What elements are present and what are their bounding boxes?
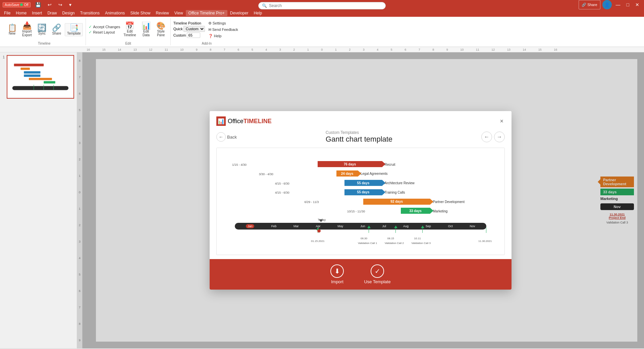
share-ribbon-button[interactable]: 🔗 Share: [50, 23, 63, 36]
svg-rect-5: [29, 78, 52, 80]
logo-icon-symbol: 📊: [218, 118, 224, 124]
date-label-1: 1/15 - 4/30: [232, 163, 247, 166]
settings-button[interactable]: ⚙ Settings: [206, 20, 240, 26]
menu-transitions[interactable]: Transitions: [77, 10, 102, 16]
send-feedback-icon: ✉: [208, 28, 211, 32]
use-template-icon: ✓: [371, 264, 384, 278]
accept-changes-check[interactable]: ✓ Accept Changes: [89, 24, 120, 29]
help-button[interactable]: ❓ Help: [206, 33, 240, 39]
gantt-bar-training: 55 days: [344, 189, 382, 195]
menu-bar: File Home Insert Draw Design Transitions…: [0, 9, 644, 17]
back-button[interactable]: ← Back: [216, 132, 237, 142]
menu-home[interactable]: Home: [13, 10, 29, 16]
back-label: Back: [227, 135, 237, 140]
ribbon-content: 📋 New 📥 Import Export 🔄 Sync 🔗 Share 📑: [0, 17, 644, 47]
title-bar-right: 🔗 Share 👤 — □ ✕: [579, 0, 641, 9]
undo-button[interactable]: ↩: [46, 1, 54, 8]
modal-title-section: Custom Templates Gantt chart template: [326, 130, 392, 144]
ribbon-group-edit-items: ✓ Accept Changes ✓ Reset Layout 📅 Edit T…: [89, 18, 167, 41]
customize-quick-access[interactable]: ▾: [67, 1, 73, 8]
logo-text: OfficeTIMELINE: [228, 118, 272, 125]
import-icon: 📥: [22, 22, 32, 30]
milestone-3-marker: [421, 226, 424, 228]
gantt-container: 1/15 - 4/30 3/30 - 4/30 4/15 - 6/30 4/15…: [227, 155, 494, 248]
milestone-1-date: 06.30: [361, 237, 367, 240]
import-export-button[interactable]: 📥 Import Export: [20, 21, 34, 38]
new-button[interactable]: 📋 New: [5, 23, 19, 36]
quick-row[interactable]: Quick Custom Top Bottom: [173, 26, 205, 32]
menu-office-timeline[interactable]: Office Timeline Pro+: [186, 10, 227, 16]
import-button[interactable]: ⬇ Import: [330, 264, 344, 284]
menu-file[interactable]: File: [1, 10, 13, 16]
menu-animations[interactable]: Animations: [102, 10, 127, 16]
minimize-button[interactable]: —: [614, 0, 623, 9]
template-nav-arrows: ← →: [481, 132, 505, 142]
modal-close-button[interactable]: ×: [498, 116, 505, 126]
next-template-button[interactable]: →: [494, 132, 505, 142]
modal-breadcrumb: Custom Templates: [326, 130, 392, 135]
style-pane-label: Style Pane: [157, 30, 165, 37]
prev-template-button[interactable]: ←: [481, 132, 492, 142]
search-input[interactable]: [269, 3, 382, 8]
svg-rect-4: [24, 74, 40, 77]
accept-check-icon: ✓: [89, 24, 92, 29]
milestone-2-date: 08.15: [387, 237, 394, 240]
ribbon-group-timeline-items: 📋 New 📥 Import Export 🔄 Sync 🔗 Share 📑: [5, 18, 83, 41]
menu-view[interactable]: View: [172, 10, 186, 16]
quick-select[interactable]: Custom Top Bottom: [183, 26, 205, 32]
template-button[interactable]: 📑 Template: [65, 23, 83, 36]
autosave-badge: AutoSave Off: [3, 2, 31, 7]
slide-thumbnail[interactable]: [7, 55, 74, 99]
slide-number: 1: [3, 55, 5, 59]
edit-timeline-button[interactable]: 📅 Edit Timeline: [121, 21, 138, 38]
logo-icon: 📊: [216, 116, 226, 126]
date-label-4: 4/15 - 6/30: [275, 191, 289, 194]
redo-button[interactable]: ↪: [56, 1, 64, 8]
modal-title: Gantt chart template: [326, 135, 392, 144]
close-button[interactable]: ✕: [633, 0, 641, 9]
canvas-area: 87654 32101 23456 789 Partner Developmen…: [77, 52, 644, 348]
use-template-button[interactable]: ✓ Use Template: [364, 264, 390, 284]
timeline-group-label: Timeline: [38, 41, 50, 45]
gantt-bar-marketing: 33 days: [401, 208, 430, 214]
menu-draw[interactable]: Draw: [45, 10, 59, 16]
custom-input[interactable]: [187, 33, 200, 38]
edit-data-button[interactable]: 📊 Edit Data: [140, 21, 153, 38]
menu-review[interactable]: Review: [153, 10, 171, 16]
edit-data-label: Edit Data: [143, 30, 150, 37]
autosave-dot: [20, 3, 23, 6]
reset-layout-label: Reset Layout: [93, 30, 115, 34]
milestone-end-label: 11.30.2021: [478, 240, 492, 243]
title-bar-left: AutoSave Off 💾 ↩ ↪ ▾: [3, 1, 73, 8]
menu-design[interactable]: Design: [59, 10, 77, 16]
sync-button[interactable]: 🔄 Sync: [35, 23, 49, 36]
timeline-position-label: Timeline Position: [173, 21, 201, 25]
share-button[interactable]: 🔗 Share: [579, 0, 600, 9]
menu-developer[interactable]: Developer: [227, 10, 251, 16]
save-button[interactable]: 💾: [33, 1, 43, 8]
svg-rect-0: [7, 57, 73, 97]
modal-footer: ⬇ Import ✓ Use Template: [210, 259, 512, 290]
maximize-button[interactable]: □: [625, 0, 631, 9]
send-feedback-label: Send Feedback: [212, 28, 238, 32]
today-dot: [317, 229, 321, 233]
send-feedback-button[interactable]: ✉ Send Feedback: [206, 27, 240, 33]
logo-light-text: Office: [228, 118, 244, 124]
menu-insert[interactable]: Insert: [29, 10, 45, 16]
date-label-5: 6/29 - 11/3: [304, 200, 319, 204]
custom-label: Custom: [173, 33, 186, 37]
task-label-training: Training Calls: [385, 191, 405, 194]
slide-thumb-inner: [7, 56, 73, 98]
addin-settings-col: Timeline Position Quick Custom Top Botto…: [173, 21, 205, 38]
edit-group-label: Edit: [125, 41, 131, 45]
menu-help[interactable]: Help: [251, 10, 265, 16]
addin-btns-col: ⚙ Settings ✉ Send Feedback ❓ Help: [206, 20, 240, 39]
ribbon-group-timeline: 📋 New 📥 Import Export 🔄 Sync 🔗 Share 📑: [3, 18, 86, 45]
sync-icon: 🔄: [37, 24, 46, 32]
menu-slideshow[interactable]: Slide Show: [127, 10, 153, 16]
timeline-position-row: Timeline Position: [173, 21, 205, 25]
style-pane-button[interactable]: 🎨 Style Pane: [154, 21, 168, 38]
date-label-2: 3/30 - 4/30: [259, 172, 273, 176]
reset-layout-check[interactable]: ✓ Reset Layout: [89, 30, 120, 35]
help-label: Help: [214, 34, 222, 38]
